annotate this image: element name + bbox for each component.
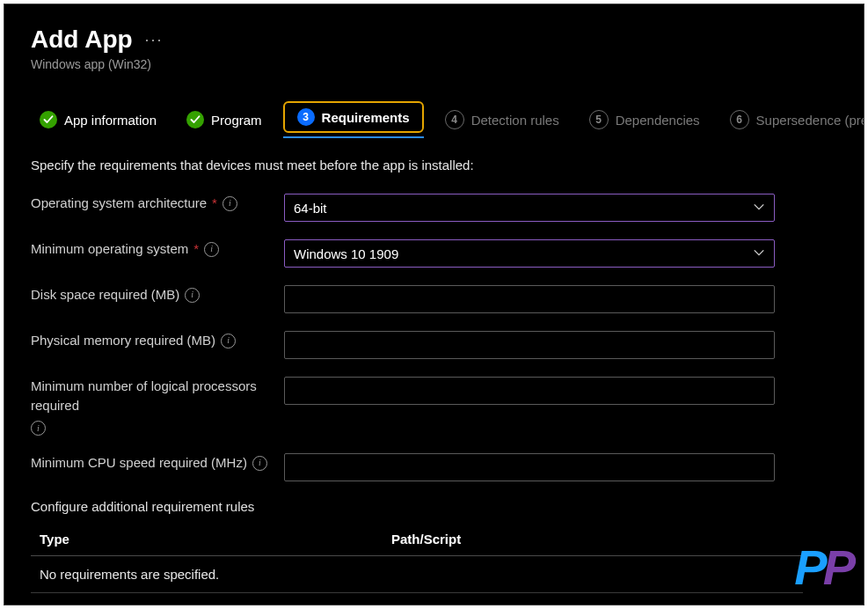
label-logical-processors: Minimum number of logical processors req… [31,377,284,436]
required-star: * [212,194,217,213]
input-disk-space[interactable] [284,285,775,313]
label-os-architecture: Operating system architecture * i [31,194,284,213]
step-number-icon: 4 [445,110,464,129]
info-icon[interactable]: i [221,334,236,349]
label-text: Minimum operating system [31,239,188,259]
step-label: Supersedence (prev [756,113,864,128]
page-title: Add App [31,26,133,54]
table-empty-row: No requirements are specified. [31,556,803,593]
step-label: Requirements [322,110,410,125]
label-physical-memory: Physical memory required (MB) i [31,331,284,350]
select-min-os[interactable]: Windows 10 1909 [284,239,775,268]
input-cpu-speed[interactable] [284,453,775,481]
step-dependencies[interactable]: 5 Dependencies [580,105,709,135]
select-value: 64-bit [294,201,327,216]
brand-logo: PP [794,543,851,592]
label-text: Operating system architecture [31,194,207,213]
step-detection-rules[interactable]: 4 Detection rules [436,105,568,135]
step-supersedence[interactable]: 6 Supersedence (prev [721,105,864,135]
step-program[interactable]: Program [178,106,271,134]
step-number-icon: 5 [589,110,609,129]
active-step-underline [283,136,424,138]
chevron-down-icon [753,246,765,261]
step-label: Dependencies [616,113,700,128]
add-app-window: Add App ··· Windows app (Win32) App info… [4,4,864,605]
required-star: * [193,239,199,259]
label-text: Minimum number of logical processors req… [31,377,284,415]
select-os-architecture[interactable]: 64-bit [284,194,775,222]
input-physical-memory[interactable] [284,331,775,359]
label-text: Minimum CPU speed required (MHz) [31,453,247,473]
col-path-script: Path/Script [391,532,461,547]
info-icon[interactable]: i [204,242,219,257]
rules-table: Type Path/Script No requirements are spe… [31,532,803,593]
table-header: Type Path/Script [31,532,803,556]
label-min-os: Minimum operating system * i [31,239,284,259]
chevron-down-icon [753,201,765,216]
step-label: Program [211,113,262,128]
info-icon[interactable]: i [222,196,237,211]
requirements-form: Operating system architecture * i 64-bit… [31,194,803,605]
label-cpu-speed: Minimum CPU speed required (MHz) i [31,453,284,473]
more-icon[interactable]: ··· [145,32,164,48]
step-number-icon: 6 [730,110,749,129]
check-icon [40,111,57,128]
check-icon [186,111,204,128]
col-type: Type [40,532,391,547]
step-number-icon: 3 [297,108,315,126]
step-requirements[interactable]: 3 Requirements [283,101,424,133]
label-text: Physical memory required (MB) [31,331,215,350]
label-disk-space: Disk space required (MB) i [31,285,284,304]
input-logical-processors[interactable] [284,377,775,405]
info-icon[interactable]: i [185,288,200,303]
info-icon[interactable]: i [252,456,267,471]
step-label: Detection rules [471,113,559,128]
wizard-steps: App information Program 3 Requirements 4… [31,101,864,138]
step-app-information[interactable]: App information [31,106,165,134]
info-icon[interactable]: i [31,421,46,436]
select-value: Windows 10 1909 [294,246,398,261]
label-text: Disk space required (MB) [31,285,179,304]
page-subtitle: Windows app (Win32) [31,57,864,71]
additional-rules-title: Configure additional requirement rules [31,499,803,514]
instruction-text: Specify the requirements that devices mu… [31,158,864,172]
step-label: App information [64,113,157,128]
